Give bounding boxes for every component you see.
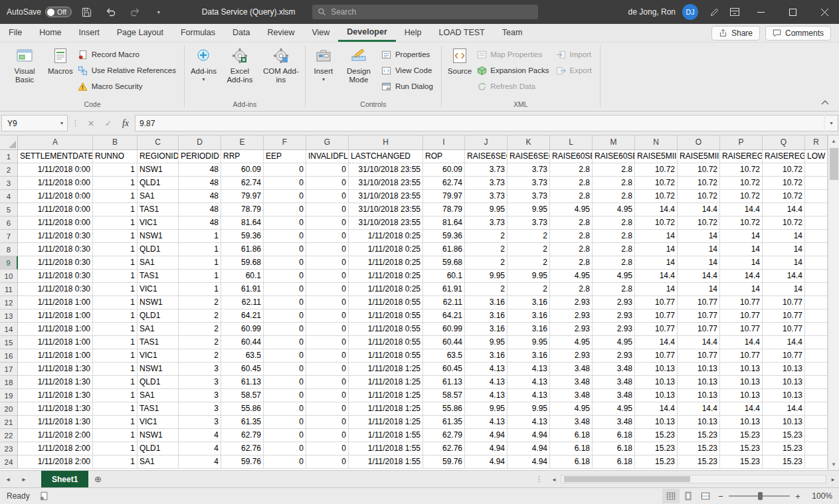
cell-I18[interactable]: 61.13 [423, 376, 465, 389]
cell-L20[interactable]: 4.95 [550, 402, 593, 416]
cell-R8[interactable] [805, 243, 828, 256]
cell-N23[interactable]: 15.23 [635, 442, 678, 456]
page-break-view-button[interactable] [697, 489, 714, 503]
cell-P5[interactable]: 14.4 [720, 203, 763, 216]
cell-B13[interactable]: 1 [93, 309, 138, 323]
ribbon-tab-home[interactable]: Home [31, 24, 70, 42]
cell-D13[interactable]: 2 [179, 309, 221, 323]
row-header-14[interactable]: 14 [0, 323, 18, 336]
cell-N17[interactable]: 10.13 [635, 363, 678, 376]
cell-P3[interactable]: 10.72 [720, 177, 763, 190]
horizontal-scroll-thumb[interactable] [564, 476, 690, 482]
cell-E16[interactable]: 63.5 [221, 349, 264, 363]
cell-L9[interactable]: 2.8 [550, 256, 593, 270]
sheet-tab-sheet1[interactable]: Sheet1 [41, 471, 88, 487]
cell-M18[interactable]: 3.48 [593, 376, 635, 389]
cell-P20[interactable]: 14.4 [720, 402, 763, 416]
zoom-level-button[interactable]: 100% [804, 491, 832, 501]
horizontal-scrollbar[interactable] [561, 475, 826, 483]
cell-H16[interactable]: 1/11/2018 0:55 [349, 349, 423, 363]
row-header-18[interactable]: 18 [0, 376, 18, 389]
cell-P12[interactable]: 10.77 [720, 296, 763, 309]
cell-Q20[interactable]: 14.4 [763, 402, 805, 416]
cell-H1[interactable]: LASTCHANGED [349, 150, 423, 163]
cell-N2[interactable]: 10.72 [635, 163, 678, 177]
cell-E9[interactable]: 59.68 [221, 256, 264, 270]
cell-L1[interactable]: RAISE60SE [550, 150, 593, 163]
cell-E12[interactable]: 62.11 [221, 296, 264, 309]
column-header-Q[interactable]: Q [763, 135, 805, 150]
cell-P16[interactable]: 10.77 [720, 349, 763, 363]
cell-P23[interactable]: 15.23 [720, 442, 763, 456]
cell-C15[interactable]: TAS1 [138, 336, 179, 349]
cell-H7[interactable]: 1/11/2018 0:25 [349, 230, 423, 243]
row-header-6[interactable]: 6 [0, 216, 18, 230]
cell-K4[interactable]: 3.73 [508, 190, 550, 203]
cell-P19[interactable]: 10.13 [720, 389, 763, 402]
cell-M12[interactable]: 2.93 [593, 296, 635, 309]
cell-M13[interactable]: 2.93 [593, 309, 635, 323]
column-header-J[interactable]: J [465, 135, 508, 150]
cell-G23[interactable]: 0 [306, 442, 349, 456]
cell-K18[interactable]: 4.13 [508, 376, 550, 389]
cell-C9[interactable]: SA1 [138, 256, 179, 270]
cell-G8[interactable]: 0 [306, 243, 349, 256]
cell-J11[interactable]: 2 [465, 283, 508, 296]
cell-P10[interactable]: 14.4 [720, 270, 763, 283]
cell-E5[interactable]: 78.79 [221, 203, 264, 216]
cell-G24[interactable]: 0 [306, 456, 349, 469]
cell-L15[interactable]: 4.95 [550, 336, 593, 349]
cell-O19[interactable]: 10.13 [678, 389, 720, 402]
cell-J22[interactable]: 4.94 [465, 429, 508, 442]
column-header-E[interactable]: E [221, 135, 264, 150]
cell-A12[interactable]: 1/11/2018 1:00 [18, 296, 93, 309]
cell-L8[interactable]: 2.8 [550, 243, 593, 256]
cell-B24[interactable]: 1 [93, 456, 138, 469]
cell-J13[interactable]: 3.16 [465, 309, 508, 323]
cell-J24[interactable]: 4.94 [465, 456, 508, 469]
row-header-23[interactable]: 23 [0, 442, 18, 456]
cell-O8[interactable]: 14 [678, 243, 720, 256]
cell-C3[interactable]: QLD1 [138, 177, 179, 190]
cell-D11[interactable]: 1 [179, 283, 221, 296]
cell-E21[interactable]: 61.35 [221, 416, 264, 429]
pen-tools-button[interactable] [706, 3, 723, 21]
cell-F2[interactable]: 0 [264, 163, 306, 177]
cell-D5[interactable]: 48 [179, 203, 221, 216]
zoom-in-button[interactable]: + [791, 491, 804, 501]
new-sheet-button[interactable]: ⊕ [88, 471, 107, 487]
cell-H3[interactable]: 31/10/2018 23:55 [349, 177, 423, 190]
cell-O20[interactable]: 14.4 [678, 402, 720, 416]
column-header-H[interactable]: H [349, 135, 423, 150]
cell-M14[interactable]: 2.93 [593, 323, 635, 336]
cell-K12[interactable]: 3.16 [508, 296, 550, 309]
ribbon-tab-formulas[interactable]: Formulas [172, 24, 224, 42]
cell-O9[interactable]: 14 [678, 256, 720, 270]
cell-B6[interactable]: 1 [93, 216, 138, 230]
ribbon-display-options-button[interactable] [726, 3, 743, 21]
cell-R17[interactable] [805, 363, 828, 376]
row-header-7[interactable]: 7 [0, 230, 18, 243]
cell-A5[interactable]: 1/11/2018 0:00 [18, 203, 93, 216]
cell-B21[interactable]: 1 [93, 416, 138, 429]
comments-button[interactable]: Comments [765, 26, 831, 41]
cell-O10[interactable]: 14.4 [678, 270, 720, 283]
cell-B5[interactable]: 1 [93, 203, 138, 216]
cell-L14[interactable]: 2.93 [550, 323, 593, 336]
row-header-22[interactable]: 22 [0, 429, 18, 442]
column-header-B[interactable]: B [93, 135, 138, 150]
cell-B11[interactable]: 1 [93, 283, 138, 296]
row-header-8[interactable]: 8 [0, 243, 18, 256]
cell-R9[interactable] [805, 256, 828, 270]
cell-J8[interactable]: 2 [465, 243, 508, 256]
cell-N22[interactable]: 15.23 [635, 429, 678, 442]
cell-L22[interactable]: 6.18 [550, 429, 593, 442]
cell-D20[interactable]: 3 [179, 402, 221, 416]
cell-A23[interactable]: 1/11/2018 2:00 [18, 442, 93, 456]
cell-Q16[interactable]: 10.77 [763, 349, 805, 363]
cell-M20[interactable]: 4.95 [593, 402, 635, 416]
cell-B14[interactable]: 1 [93, 323, 138, 336]
cell-R5[interactable] [805, 203, 828, 216]
cell-O5[interactable]: 14.4 [678, 203, 720, 216]
row-header-5[interactable]: 5 [0, 203, 18, 216]
